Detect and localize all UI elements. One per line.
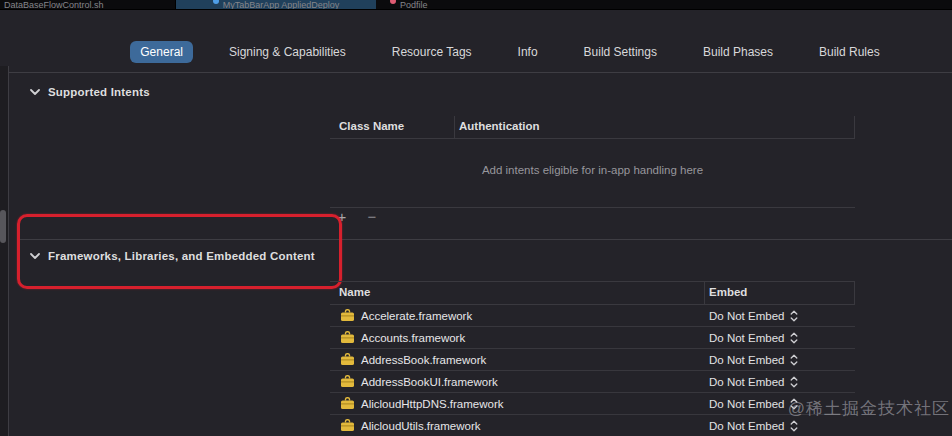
stepper-icon — [790, 354, 798, 366]
framework-icon — [340, 419, 355, 432]
stepper-icon — [790, 376, 798, 388]
toolbar-divider — [9, 72, 952, 73]
window-tab-left-label: DataBaseFlowControl.sh — [4, 0, 104, 9]
embed-select[interactable]: Do Not Embed — [709, 376, 798, 388]
framework-icon — [340, 397, 355, 410]
framework-name: AddressBook.framework — [361, 354, 486, 366]
column-divider — [704, 282, 705, 304]
chevron-down-icon[interactable] — [30, 253, 40, 260]
left-gutter — [0, 66, 8, 436]
scrollbar-thumb[interactable] — [0, 210, 6, 243]
supported-intents-title: Supported Intents — [48, 86, 150, 98]
column-name[interactable]: Name — [339, 286, 370, 298]
embed-value: Do Not Embed — [709, 310, 784, 322]
project-settings-tabbar: General Signing & Capabilities Resource … — [68, 39, 952, 65]
embed-value: Do Not Embed — [709, 420, 784, 432]
tab-build-phases[interactable]: Build Phases — [693, 41, 783, 63]
xcode-project-editor: DataBaseFlowControl.sh MyTabBarApp Appli… — [0, 0, 952, 436]
frameworks-table-header: Name Embed — [330, 281, 855, 305]
table-row[interactable]: AddressBook.framework Do Not Embed — [330, 349, 855, 371]
embed-select[interactable]: Do Not Embed — [709, 354, 798, 366]
podfile-icon — [390, 0, 396, 4]
intents-table: Class Name Authentication Add intents el… — [330, 116, 855, 208]
frameworks-title: Frameworks, Libraries, and Embedded Cont… — [48, 250, 315, 262]
column-authentication[interactable]: Authentication — [459, 120, 540, 132]
column-divider — [854, 282, 855, 304]
table-row[interactable]: AlicloudHttpDNS.framework Do Not Embed — [330, 393, 855, 415]
framework-name: AlicloudUtils.framework — [361, 420, 481, 432]
embed-value: Do Not Embed — [709, 398, 784, 410]
window-tab-strip: DataBaseFlowControl.sh MyTabBarApp Appli… — [0, 0, 952, 10]
framework-icon — [340, 353, 355, 366]
embed-select[interactable]: Do Not Embed — [709, 398, 798, 410]
tab-info[interactable]: Info — [508, 41, 548, 63]
section-divider — [20, 239, 952, 240]
stepper-icon — [790, 332, 798, 344]
project-icon — [213, 0, 219, 4]
intents-empty-placeholder: Add intents eligible for in-app handling… — [330, 164, 855, 176]
embed-select[interactable]: Do Not Embed — [709, 332, 798, 344]
window-tab-left[interactable]: DataBaseFlowControl.sh — [0, 0, 179, 9]
frameworks-header[interactable]: Frameworks, Libraries, and Embedded Cont… — [30, 250, 315, 262]
column-divider — [854, 116, 855, 138]
tab-signing-capabilities[interactable]: Signing & Capabilities — [219, 41, 356, 63]
frameworks-table: Name Embed Accelerate.framework Do Not E… — [330, 281, 855, 436]
tab-build-settings[interactable]: Build Settings — [574, 41, 667, 63]
framework-icon — [340, 375, 355, 388]
stepper-icon — [790, 310, 798, 322]
intents-table-header: Class Name Authentication — [330, 116, 855, 139]
tab-resource-tags[interactable]: Resource Tags — [382, 41, 482, 63]
column-divider — [454, 116, 455, 138]
supported-intents-header[interactable]: Supported Intents — [30, 86, 150, 98]
embed-value: Do Not Embed — [709, 354, 784, 366]
window-tab-right[interactable]: Podfile — [376, 0, 590, 9]
embed-value: Do Not Embed — [709, 376, 784, 388]
watermark: @稀土掘金技术社区 — [788, 397, 950, 420]
framework-name: AlicloudHttpDNS.framework — [361, 398, 504, 410]
window-tab-right-label: Podfile — [400, 0, 428, 9]
framework-name: AddressBookUI.framework — [361, 376, 498, 388]
column-embed[interactable]: Embed — [709, 286, 747, 298]
table-row[interactable]: Accounts.framework Do Not Embed — [330, 327, 855, 349]
framework-name: Accounts.framework — [361, 332, 465, 344]
intents-add-remove-bar: + − — [334, 209, 380, 225]
remove-intent-button[interactable]: − — [364, 209, 380, 225]
window-tab-active[interactable]: MyTabBarApp AppliedDeploy — [175, 0, 377, 9]
embed-select[interactable]: Do Not Embed — [709, 310, 798, 322]
stepper-icon — [790, 420, 798, 432]
gutter-divider — [8, 66, 9, 436]
window-tab-active-label: MyTabBarApp AppliedDeploy — [223, 0, 340, 9]
chevron-down-icon[interactable] — [30, 89, 40, 96]
table-row[interactable]: AddressBookUI.framework Do Not Embed — [330, 371, 855, 393]
embed-select[interactable]: Do Not Embed — [709, 420, 798, 432]
framework-name: Accelerate.framework — [361, 310, 472, 322]
tab-general[interactable]: General — [130, 41, 193, 63]
column-class-name[interactable]: Class Name — [339, 120, 404, 132]
add-intent-button[interactable]: + — [334, 209, 350, 225]
tab-build-rules[interactable]: Build Rules — [809, 41, 890, 63]
embed-value: Do Not Embed — [709, 332, 784, 344]
framework-icon — [340, 331, 355, 344]
framework-icon — [340, 309, 355, 322]
table-row[interactable]: AlicloudUtils.framework Do Not Embed — [330, 415, 855, 436]
table-row[interactable]: Accelerate.framework Do Not Embed — [330, 305, 855, 327]
